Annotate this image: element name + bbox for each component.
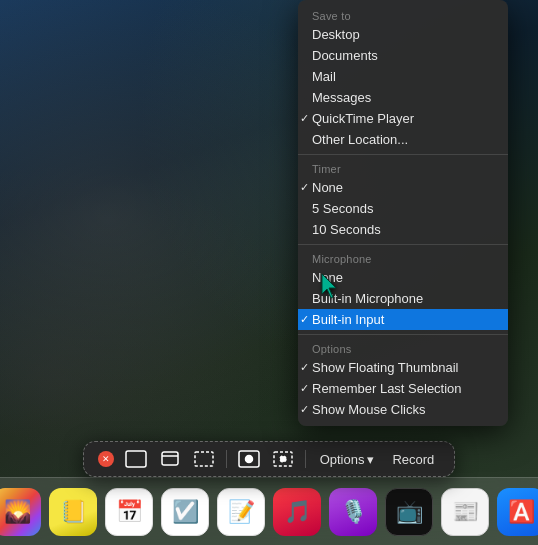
menu-item-timer-10[interactable]: 10 Seconds	[298, 219, 508, 240]
cursor	[320, 272, 340, 300]
screen-record-icon[interactable]	[235, 448, 263, 470]
selection-record-icon[interactable]	[269, 448, 297, 470]
menu-item-timer-5[interactable]: 5 Seconds	[298, 198, 508, 219]
menu-item-builtin-input[interactable]: ✓ Built-in Input	[298, 309, 508, 330]
close-button[interactable]: ✕	[98, 451, 114, 467]
timer-label: Timer	[298, 159, 508, 177]
bar-divider-2	[305, 450, 306, 468]
full-screen-icon[interactable]	[122, 448, 150, 470]
menu-item-floating-thumbnail-label: Show Floating Thumbnail	[312, 360, 458, 375]
svg-rect-1	[126, 451, 146, 467]
menu-item-remember-selection[interactable]: ✓ Remember Last Selection	[298, 378, 508, 399]
window-capture-icon[interactable]	[156, 448, 184, 470]
menu-item-documents[interactable]: Documents	[298, 45, 508, 66]
menu-item-desktop-label: Desktop	[312, 27, 360, 42]
dock-icon-tv[interactable]: 📺	[385, 488, 433, 536]
svg-rect-2	[162, 452, 178, 465]
dock-icon-calendar[interactable]: 📅	[105, 488, 153, 536]
menu-item-messages-label: Messages	[312, 90, 371, 105]
menu-item-timer-none-label: None	[312, 180, 343, 195]
menu-item-timer-none[interactable]: ✓ None	[298, 177, 508, 198]
menu-item-messages[interactable]: Messages	[298, 87, 508, 108]
dock-icon-reminders[interactable]: ☑️	[161, 488, 209, 536]
selection-capture-icon[interactable]	[190, 448, 218, 470]
menu-item-builtin-input-label: Built-in Input	[312, 312, 384, 327]
checkmark-floating-thumbnail: ✓	[300, 361, 309, 374]
dropdown-menu: Save to Desktop Documents Mail Messages …	[298, 0, 508, 426]
menu-item-timer-5-label: 5 Seconds	[312, 201, 373, 216]
checkmark-builtin-input: ✓	[300, 313, 309, 326]
menu-item-show-mouse-clicks[interactable]: ✓ Show Mouse Clicks	[298, 399, 508, 420]
separator-3	[298, 334, 508, 335]
dock-icon-textedit[interactable]: 📝	[217, 488, 265, 536]
recording-bar: ✕	[0, 441, 538, 477]
menu-item-documents-label: Documents	[312, 48, 378, 63]
menu-item-show-mouse-clicks-label: Show Mouse Clicks	[312, 402, 425, 417]
dock-icon-podcasts[interactable]: 🎙️	[329, 488, 377, 536]
dock-icon-photos[interactable]: 🌄	[0, 488, 41, 536]
dock: 🌄 📒 📅 ☑️ 📝 🎵 🎙️ 📺 📰 🅰️	[0, 477, 538, 545]
options-section-label: Options	[298, 339, 508, 357]
dock-icon-music[interactable]: 🎵	[273, 488, 321, 536]
separator-2	[298, 244, 508, 245]
microphone-label: Microphone	[298, 249, 508, 267]
svg-point-6	[245, 456, 252, 463]
svg-rect-4	[195, 452, 213, 466]
options-label: Options	[320, 452, 365, 467]
save-to-label: Save to	[298, 6, 508, 24]
svg-marker-0	[322, 274, 336, 298]
menu-item-mail[interactable]: Mail	[298, 66, 508, 87]
menu-item-other-location[interactable]: Other Location...	[298, 129, 508, 150]
checkmark-remember-selection: ✓	[300, 382, 309, 395]
menu-item-floating-thumbnail[interactable]: ✓ Show Floating Thumbnail	[298, 357, 508, 378]
record-button[interactable]: Record	[386, 450, 440, 469]
dock-icon-news[interactable]: 📰	[441, 488, 489, 536]
menu-item-mail-label: Mail	[312, 69, 336, 84]
menu-item-other-location-label: Other Location...	[312, 132, 408, 147]
menu-item-remember-selection-label: Remember Last Selection	[312, 381, 462, 396]
bar-divider-1	[226, 450, 227, 468]
menu-item-timer-10-label: 10 Seconds	[312, 222, 381, 237]
svg-point-8	[280, 456, 286, 462]
menu-item-quicktime-label: QuickTime Player	[312, 111, 414, 126]
menu-item-quicktime[interactable]: ✓ QuickTime Player	[298, 108, 508, 129]
checkmark-quicktime: ✓	[300, 112, 309, 125]
dock-icon-notes[interactable]: 📒	[49, 488, 97, 536]
checkmark-show-mouse-clicks: ✓	[300, 403, 309, 416]
dock-icon-appstore[interactable]: 🅰️	[497, 488, 538, 536]
options-button[interactable]: Options ▾	[314, 450, 381, 469]
separator-1	[298, 154, 508, 155]
recording-bar-inner: ✕	[83, 441, 456, 477]
menu-item-desktop[interactable]: Desktop	[298, 24, 508, 45]
chevron-down-icon: ▾	[367, 452, 374, 467]
checkmark-timer-none: ✓	[300, 181, 309, 194]
